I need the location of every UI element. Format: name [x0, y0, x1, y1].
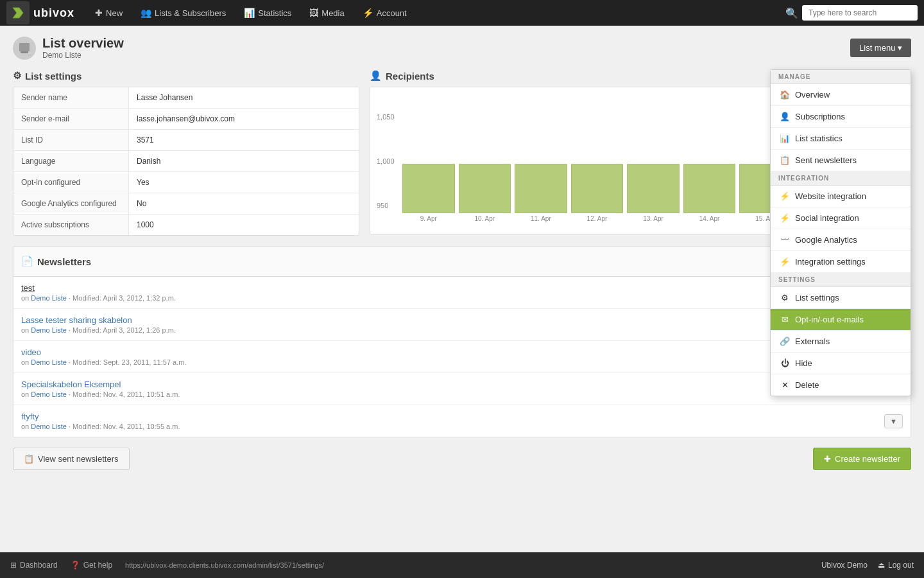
- nav-item-account[interactable]: ⚡ Account: [355, 4, 415, 22]
- val-sender-email: lasse.johansen@ubivox.com: [129, 109, 243, 129]
- menu-item-integration-settings[interactable]: ⚡ Integration settings: [771, 251, 911, 273]
- home-icon: 🏠: [780, 90, 790, 100]
- page-title: List overview: [42, 36, 124, 51]
- search-area: 🔍: [785, 5, 918, 21]
- menu-item-website-integration[interactable]: ⚡ Website integration: [771, 186, 911, 207]
- search-input[interactable]: [802, 5, 918, 21]
- list-item: ftyfty on Demo Liste · Modified: Nov. 4,…: [13, 405, 911, 437]
- menu-item-externals[interactable]: 🔗 Externals: [771, 331, 911, 353]
- val-list-id: 3571: [129, 130, 162, 150]
- media-icon: 🖼: [309, 8, 318, 18]
- list-settings-header: ⚙ List settings: [13, 70, 359, 82]
- menu-item-overview[interactable]: 🏠 Overview: [771, 84, 911, 106]
- menu-label-social-integration: Social integration: [795, 213, 859, 223]
- chart-bar-group: 13. Apr: [627, 164, 680, 222]
- view-sent-button[interactable]: 📋 View sent newsletters: [13, 448, 130, 470]
- section-label-integration: INTEGRATION: [771, 171, 911, 186]
- newsletter-list-link-1[interactable]: Demo Liste: [31, 294, 67, 302]
- svg-marker-0: [13, 8, 23, 18]
- new-icon: ✚: [95, 8, 103, 18]
- logo[interactable]: ubivox: [6, 1, 74, 24]
- menu-label-integration-settings: Integration settings: [795, 257, 866, 267]
- newsletter-meta-4: on Demo Liste · Modified: Nov. 4, 2011, …: [21, 390, 180, 398]
- menu-item-google-analytics[interactable]: 〰 Google Analytics: [771, 229, 911, 251]
- menu-label-delete: Delete: [795, 380, 819, 390]
- newsletters-title: 📄 Newsletters: [21, 256, 91, 267]
- page-subtitle: Demo Liste: [42, 51, 124, 60]
- newsletter-title-3[interactable]: video: [21, 347, 186, 357]
- val-sender-name: Lasse Johansen: [129, 87, 200, 108]
- menu-label-hide: Hide: [795, 358, 812, 368]
- table-row: Opt-in configured Yes: [13, 172, 359, 193]
- create-newsletter-button[interactable]: ✚ Create newsletter: [813, 448, 911, 470]
- menu-label-opt-in-out: Opt-in/-out e-mails: [795, 315, 864, 324]
- list-avatar: [13, 37, 36, 60]
- newsletter-meta-2: on Demo Liste · Modified: April 3, 2012,…: [21, 326, 176, 334]
- newsletter-list-link-2[interactable]: Demo Liste: [31, 326, 67, 334]
- lists-icon: 👥: [141, 8, 151, 18]
- menu-label-externals: Externals: [795, 337, 830, 346]
- chart-bar: [402, 164, 455, 213]
- chart-bar: [627, 164, 680, 213]
- page-header-text: List overview Demo Liste: [42, 36, 124, 60]
- chart-bar-label: 13. Apr: [643, 215, 663, 222]
- section-label-settings: SETTINGS: [771, 273, 911, 287]
- menu-label-overview: Overview: [795, 90, 830, 100]
- table-row: Sender name Lasse Johansen: [13, 87, 359, 109]
- newsletter-list-link-3[interactable]: Demo Liste: [31, 358, 67, 366]
- analytics-icon: 〰: [780, 235, 790, 245]
- menu-item-social-integration[interactable]: ⚡ Social integration: [771, 207, 911, 229]
- newsletter-info: video on Demo Liste · Modified: Sept. 23…: [21, 347, 186, 366]
- key-opt-in: Opt-in configured: [13, 172, 129, 193]
- nav-item-new[interactable]: ✚ New: [87, 4, 130, 22]
- chart-bar: [515, 164, 567, 213]
- list-settings-title: List settings: [25, 71, 81, 82]
- newsletters-title-text: Newsletters: [37, 256, 91, 267]
- newsletter-info: Lasse tester sharing skabelon on Demo Li…: [21, 315, 176, 334]
- chart-bar: [571, 164, 624, 213]
- chart-bar-group: 9. Apr: [402, 164, 455, 222]
- nav-item-media[interactable]: 🖼 Media: [302, 4, 352, 22]
- gear-icon: ⚙: [13, 70, 21, 82]
- chart-y-labels: 1,050 1,000 950: [377, 113, 395, 209]
- menu-item-subscriptions[interactable]: 👤 Subscriptions: [771, 106, 911, 128]
- val-ga: No: [129, 193, 154, 214]
- key-active-subs: Active subscriptions: [13, 215, 129, 235]
- menu-item-opt-in-out[interactable]: ✉ Opt-in/-out e-mails: [771, 309, 911, 331]
- newsletter-title-4[interactable]: Specialskabelon Eksempel: [21, 380, 180, 389]
- chart-bar-label: 11. Apr: [531, 215, 551, 222]
- chart-bar-label: 14. Apr: [699, 215, 720, 222]
- table-row: List ID 3571: [13, 130, 359, 151]
- search-icon[interactable]: 🔍: [785, 7, 798, 19]
- nav-item-lists[interactable]: 👥 Lists & Subscribers: [133, 4, 234, 22]
- chart-bar-group: 12. Apr: [571, 164, 624, 222]
- y-label-top: 1,050: [377, 113, 395, 121]
- integration-icon: ⚡: [780, 257, 790, 267]
- newsletter-list-link-4[interactable]: Demo Liste: [31, 390, 67, 398]
- chart-bar-label: 10. Apr: [474, 215, 495, 222]
- statistics-icon: 📊: [244, 8, 255, 18]
- newsletter-meta-1: on Demo Liste · Modified: April 3, 2012,…: [21, 294, 176, 302]
- recipients-icon: 👤: [370, 70, 382, 82]
- chart-bar-label: 9. Apr: [420, 215, 437, 222]
- delete-icon: ✕: [780, 380, 790, 390]
- newsletter-title-1[interactable]: test: [21, 283, 176, 293]
- newsletter-title-5[interactable]: ftyfty: [21, 412, 180, 421]
- newsletter-dropdown-5[interactable]: ▼: [884, 414, 903, 428]
- menu-item-list-statistics[interactable]: 📊 List statistics: [771, 128, 911, 150]
- newsletter-list-link-5[interactable]: Demo Liste: [31, 423, 67, 430]
- list-menu-button[interactable]: List menu ▾: [850, 39, 911, 57]
- nav-label-lists: Lists & Subscribers: [155, 8, 226, 18]
- section-label-manage: MANAGE: [771, 70, 911, 84]
- menu-item-list-settings[interactable]: ⚙ List settings: [771, 287, 911, 309]
- menu-item-hide[interactable]: ⏻ Hide: [771, 353, 911, 374]
- menu-item-sent-newsletters[interactable]: 📋 Sent newsletters: [771, 150, 911, 171]
- chart-bar-group: 14. Apr: [683, 164, 736, 222]
- settings-gear-icon: ⚙: [780, 293, 790, 302]
- nav-item-statistics[interactable]: 📊 Statistics: [236, 4, 299, 22]
- newsletter-title-2[interactable]: Lasse tester sharing skabelon: [21, 315, 176, 325]
- val-language: Danish: [129, 151, 168, 171]
- nav-label-media: Media: [321, 8, 344, 18]
- menu-item-delete[interactable]: ✕ Delete: [771, 374, 911, 396]
- newsletter-info: ftyfty on Demo Liste · Modified: Nov. 4,…: [21, 412, 180, 430]
